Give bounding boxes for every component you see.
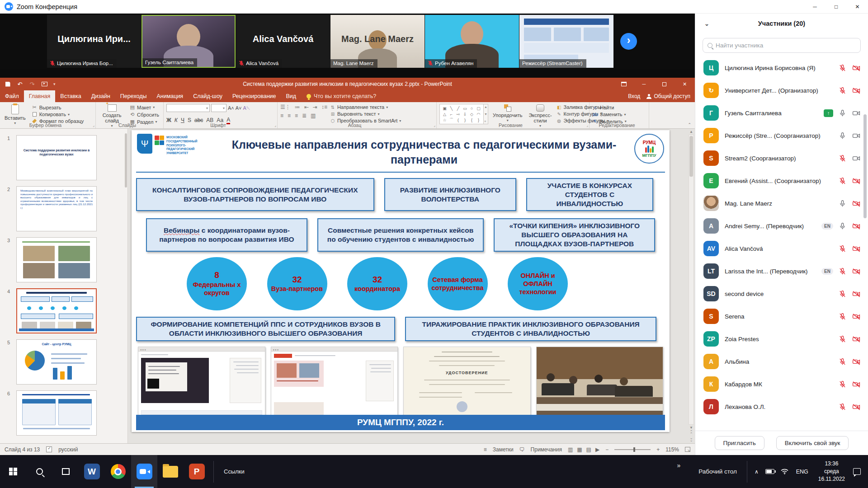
font-dialog-launcher-icon[interactable]: ⌟ bbox=[274, 123, 276, 127]
slide-thumbnail-6[interactable] bbox=[16, 390, 97, 436]
participant-row[interactable]: AAndrei Semy... (Переводчик)EN bbox=[695, 215, 868, 237]
slide-image-certificate[interactable]: УДОСТОВЕРЕНИЕ bbox=[403, 347, 531, 417]
maximize-button[interactable]: □ bbox=[826, 0, 847, 14]
shrink-font-icon[interactable]: A˅ bbox=[236, 105, 242, 111]
start-slideshow-icon[interactable] bbox=[41, 81, 47, 87]
slide-box-row1-1[interactable]: КОНСАЛТИНГОВОЕ СОПРОВОЖДЕНИЕ ПЕДАГОГИЧЕС… bbox=[136, 178, 374, 211]
slide-image-classroom[interactable] bbox=[536, 347, 664, 417]
align-right-icon[interactable]: ≡ bbox=[295, 113, 298, 119]
align-center-icon[interactable]: ≡ bbox=[288, 113, 291, 119]
video-tile[interactable]: Режиссёр (StreamCaster) bbox=[519, 15, 613, 68]
slide-thumbnail-2[interactable]: Межведомственный комплексный план меропр… bbox=[16, 186, 97, 231]
participant-row[interactable]: ААльбина bbox=[695, 350, 868, 373]
tell-me-box[interactable]: Что вы хотите сделать? bbox=[301, 90, 382, 102]
participant-row[interactable]: AVAlica Vančová bbox=[695, 237, 868, 260]
video-tile[interactable]: Alica VančováAlica Vančová bbox=[236, 15, 330, 68]
tab-рецензирование[interactable]: Рецензирование bbox=[227, 90, 281, 102]
tab-слайд-шоу[interactable]: Слайд-шоу bbox=[188, 90, 227, 102]
clear-formatting-icon[interactable]: A␡ bbox=[243, 105, 250, 111]
previous-slide-button[interactable]: ⌃⌃ bbox=[690, 430, 693, 436]
slide-footer-bar[interactable]: РУМЦ МГППУ, 2022 г. bbox=[136, 415, 665, 430]
shapes-gallery[interactable]: ▣╲╱▭○▢ △⌐⇨⇩◇◠ ☆⌒(){} bbox=[439, 104, 484, 124]
redo-icon[interactable]: ↷ bbox=[29, 81, 35, 87]
align-left-icon[interactable]: ≡ bbox=[280, 113, 283, 119]
unmute-button[interactable]: Включить свой звук bbox=[776, 436, 849, 450]
shapes-scroll[interactable]: ▲▼≡ bbox=[484, 104, 488, 124]
slide-image-browser-webinar[interactable]: ●●● bbox=[138, 347, 265, 417]
next-videos-button[interactable]: › bbox=[620, 33, 637, 50]
layout-button[interactable]: ▤Макет▾ bbox=[128, 104, 160, 111]
tab-анимация[interactable]: Анимация bbox=[151, 90, 188, 102]
taskbar-zoom-button[interactable] bbox=[131, 455, 157, 488]
slide-image-browser-site[interactable]: ●●● bbox=[271, 347, 398, 417]
stat-circle-1[interactable]: 8Федеральны х округов bbox=[187, 257, 247, 310]
zoom-slider-thumb[interactable] bbox=[633, 447, 635, 452]
ribbon-display-options-icon[interactable] bbox=[613, 78, 634, 90]
participant-row[interactable]: LTLarissa the Int... (Переводчик)EN bbox=[695, 260, 868, 282]
search-participant-input[interactable]: Найти участника bbox=[703, 38, 861, 53]
slide-thumbnail-4[interactable] bbox=[16, 288, 97, 333]
normal-view-icon[interactable]: ▥ bbox=[568, 446, 573, 453]
font-name-select[interactable]: ▾ bbox=[166, 104, 210, 112]
text-direction-button[interactable]: ⇅Направление текста▾ bbox=[330, 104, 401, 110]
participant-row[interactable]: SStream2 (Соорганизатор) bbox=[695, 147, 868, 169]
cut-button[interactable]: ✂Вырезать bbox=[30, 104, 85, 111]
undo-icon[interactable]: ↶ bbox=[17, 81, 23, 87]
share-button[interactable]: Общий доступ bbox=[646, 93, 690, 99]
participant-row[interactable]: ККабардов МК bbox=[695, 373, 868, 395]
stat-circle-3[interactable]: 32координатора bbox=[347, 257, 407, 310]
close-button[interactable]: ✕ bbox=[847, 0, 868, 14]
slide-thumbnail-3[interactable] bbox=[16, 237, 97, 282]
notes-toggle[interactable]: Заметки bbox=[493, 446, 514, 453]
slide-canvas[interactable]: Ψ МОСКОВСКИЙ ГОСУДАРСТВЕННЫЙ ПСИХОЛОГО-П… bbox=[132, 130, 670, 432]
scroll-up-icon[interactable]: ▲ bbox=[689, 130, 693, 134]
numbering-icon[interactable]: ≔ bbox=[295, 104, 300, 110]
indent-increase-icon[interactable]: ⇥ bbox=[313, 104, 317, 110]
video-tile[interactable]: Рубен Агавелян bbox=[425, 15, 519, 68]
invite-button[interactable]: Пригласить bbox=[715, 436, 764, 450]
slide-thumbnail-5[interactable]: Сайт - центр РУМЦ bbox=[16, 339, 97, 385]
stat-circle-4[interactable]: Сетевая форма сотрудничества bbox=[428, 257, 488, 310]
ppt-minimize-button[interactable]: ─ bbox=[634, 78, 654, 90]
participant-row[interactable]: SDsecond device bbox=[695, 282, 868, 305]
scrollbar-thumb[interactable] bbox=[689, 136, 693, 177]
zoom-out-icon[interactable]: − bbox=[605, 446, 609, 453]
tab-переходы[interactable]: Переходы bbox=[115, 90, 152, 102]
task-view-button[interactable] bbox=[52, 455, 79, 488]
save-icon[interactable] bbox=[5, 81, 11, 87]
slide-box-row1-2[interactable]: РАЗВИТИЕ ИНКЛЮЗИВНОГО ВОЛОНТЕРСТВА bbox=[384, 178, 517, 211]
tab-file[interactable]: Файл bbox=[0, 90, 24, 102]
fit-slide-icon[interactable] bbox=[685, 447, 690, 452]
slide-vertical-scrollbar[interactable]: ▲ ▼ ⌃⌃ ⌄⌄ bbox=[688, 130, 694, 442]
collapse-panel-icon[interactable]: ⌄ bbox=[704, 20, 709, 27]
participant-row[interactable]: ГГузель Саитгалиева↑ bbox=[695, 102, 868, 124]
battery-icon[interactable] bbox=[762, 469, 778, 474]
next-slide-button[interactable]: ⌄⌄ bbox=[690, 436, 693, 442]
indent-decrease-icon[interactable]: ⇤ bbox=[304, 104, 309, 110]
ppt-close-button[interactable]: ✕ bbox=[675, 78, 695, 90]
participant-row[interactable]: ЕЕвгений (Assist... (Соорганизатор) bbox=[695, 169, 868, 192]
grow-font-icon[interactable]: A˄ bbox=[228, 105, 234, 111]
comments-toggle[interactable]: Примечания bbox=[531, 446, 562, 453]
slide-title[interactable]: Ключевые направления сотрудничества с пе… bbox=[214, 134, 634, 167]
arrange-button[interactable]: Упорядочить ▾ bbox=[491, 104, 524, 123]
taskbar-clock[interactable]: 13:36 среда 16.11.2022 bbox=[813, 460, 850, 483]
tab-вставка[interactable]: Вставка bbox=[55, 90, 86, 102]
video-tile[interactable]: Гузель Саитгалиева bbox=[142, 15, 236, 68]
video-tile[interactable]: Mag. Lane MaerzMag. Lane Maerz bbox=[330, 15, 425, 68]
slide-box-row2-2[interactable]: Совместные решения конкретных кейсов по … bbox=[317, 218, 484, 251]
video-tile[interactable]: Цилюгина Ири...Цилюгина Ирина Бор... bbox=[47, 15, 141, 68]
collapse-ribbon-icon[interactable]: ⌃ bbox=[688, 122, 691, 127]
spellcheck-icon[interactable] bbox=[46, 446, 52, 452]
columns-icon[interactable]: ▥ bbox=[311, 113, 316, 119]
replace-button[interactable]: abЗаменить▾ bbox=[592, 112, 627, 117]
line-spacing-icon[interactable]: ↕≡ bbox=[321, 104, 327, 110]
slide-thumbnail-1[interactable]: Система поддержки развития инклюзии в пе… bbox=[16, 135, 97, 180]
slide-box-row3-1[interactable]: ФОРМИРОВАНИЕ КОМПЕТЕНЦИЙ ППС И СОТРУДНИК… bbox=[136, 317, 395, 341]
action-center-icon[interactable] bbox=[853, 468, 861, 475]
taskbar-search-button[interactable] bbox=[26, 455, 52, 488]
ppt-restore-button[interactable] bbox=[654, 78, 675, 90]
language-switcher[interactable]: ENG bbox=[792, 469, 813, 475]
toolbar-overflow-icon[interactable]: » bbox=[673, 462, 692, 469]
taskbar-explorer-button[interactable] bbox=[157, 455, 184, 488]
